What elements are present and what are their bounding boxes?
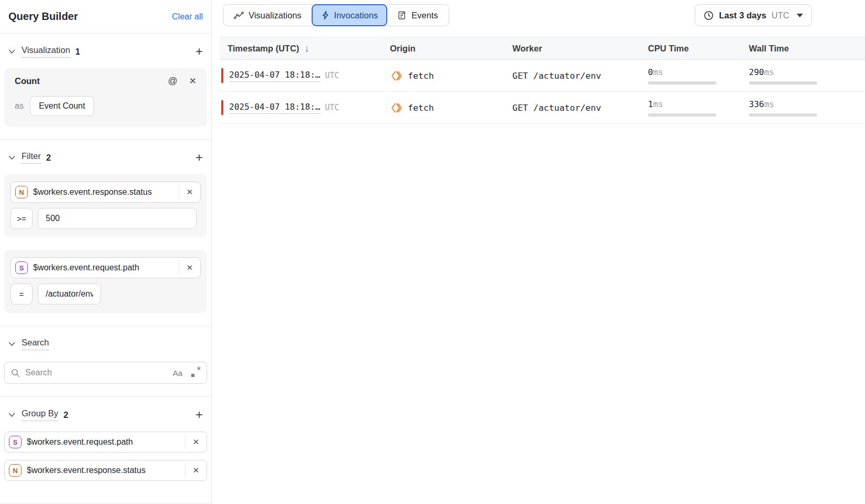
workers-fetch-icon [390,69,403,82]
timestamp-value[interactable]: 2025-04-07 18:18:… [229,70,320,82]
chevron-down-icon[interactable] [8,413,15,417]
filter-value-input[interactable] [38,208,197,229]
error-indicator-bar [221,100,223,115]
origin-cell: fetch [390,69,512,82]
workers-observability-app: Query Builder Clear all Visualization 1 … [0,0,865,504]
remove-group-by-icon[interactable]: ✕ [186,466,207,475]
filter-count: 2 [46,153,51,163]
visualization-alias-button[interactable]: Event Count [30,96,94,116]
cpu-time-bar [648,113,716,117]
tab-events[interactable]: Events [387,5,448,26]
column-header-timestamp[interactable]: Timestamp (UTC) ↓ [220,44,390,54]
wall-time-cell: 336ms [749,99,865,117]
search-input[interactable] [25,368,173,377]
group-by-field-select[interactable]: N $workers.event.response.status ✕ [4,460,207,481]
tab-visualizations[interactable]: Visualizations [223,5,312,26]
caret-down-icon [797,14,803,17]
search-section-header: Search [0,326,211,355]
filter-field-name: $workers.event.request.path [33,263,179,272]
timestamp-cell: 2025-04-07 18:18:… UTC [220,68,390,83]
column-header-cpu-time: CPU Time [648,44,749,54]
remove-visualization-icon[interactable]: ✕ [189,76,197,87]
filter-operator-select[interactable]: = [11,284,33,304]
origin-value: fetch [408,71,434,81]
remove-filter-icon[interactable]: ✕ [179,187,200,197]
at-icon[interactable]: @ [168,76,177,87]
time-range-timezone: UTC [771,10,789,20]
cpu-time-value: 0 [648,67,653,77]
group-by-section-label[interactable]: Group By [22,408,58,421]
filter-operator-select[interactable]: >= [11,208,33,229]
group-by-section-header: Group By 2 + [0,397,211,426]
cpu-time-unit: ms [653,67,663,77]
cpu-time-bar [648,81,716,85]
number-type-icon: N [9,464,22,477]
divider [0,503,211,503]
visualization-section-label[interactable]: Visualization [22,45,70,58]
visualization-section-header: Visualization 1 + [0,34,211,63]
table-header-row: Timestamp (UTC) ↓ Origin Worker CPU Time… [220,37,865,60]
filter-field-select[interactable]: N $workers.event.response.status ✕ [11,182,201,203]
filter-field-name: $workers.event.response.status [33,187,179,197]
worker-cell: GET /actuator/env [512,71,648,81]
time-range-label: Last 3 days [719,10,766,20]
search-icon [11,369,20,377]
group-by-count: 2 [64,410,68,420]
filter-section-label[interactable]: Filter [22,151,41,164]
number-type-icon: N [15,186,28,198]
tab-label: Events [411,10,438,20]
wall-time-value: 336 [749,99,764,109]
string-type-icon: S [15,261,28,274]
add-filter-button[interactable]: + [195,153,203,162]
cpu-time-cell: 1ms [648,99,749,117]
wall-time-bar [749,113,817,117]
workers-fetch-icon [390,101,403,114]
worker-cell: GET /actuator/env [512,103,648,113]
chevron-down-icon[interactable] [8,155,15,160]
chevron-down-icon[interactable] [8,49,15,54]
group-by-field-name: $workers.event.response.status [27,466,185,475]
match-case-icon[interactable]: Aa [173,369,182,377]
filter-value-input[interactable] [38,284,101,304]
cpu-time-value: 1 [648,99,653,109]
chevron-down-icon[interactable] [8,342,15,346]
filter-section-header: Filter 2 + [0,140,211,169]
wall-time-value: 290 [749,67,764,77]
view-tab-group: Visualizations Invocations Events [223,4,449,26]
error-indicator-bar [221,68,223,83]
tab-invocations[interactable]: Invocations [312,4,387,26]
invocations-table: Timestamp (UTC) ↓ Origin Worker CPU Time… [220,37,865,124]
column-header-worker: Worker [512,44,648,54]
sidebar-header: Query Builder Clear all [0,0,211,33]
regex-icon[interactable]: * [191,368,200,377]
tab-label: Invocations [334,10,378,20]
column-header-wall-time: Wall Time [749,44,865,54]
group-by-field-name: $workers.event.request.path [27,437,185,447]
group-by-field-select[interactable]: S $workers.event.request.path ✕ [4,432,207,453]
worker-value: GET /actuator/env [512,71,601,81]
cpu-time-unit: ms [653,99,663,109]
origin-cell: fetch [390,101,512,114]
line-chart-icon [234,12,244,19]
remove-group-by-icon[interactable]: ✕ [186,437,207,447]
table-row[interactable]: 2025-04-07 18:18:… UTC fetch GET /actuat… [220,92,865,124]
search-section-label[interactable]: Search [22,338,49,350]
query-builder-sidebar: Query Builder Clear all Visualization 1 … [0,0,212,504]
sort-desc-icon: ↓ [304,44,310,54]
wall-time-cell: 290ms [749,67,865,85]
add-group-by-button[interactable]: + [195,410,203,419]
as-label: as [15,101,24,111]
wall-time-unit: ms [764,99,774,109]
timestamp-value[interactable]: 2025-04-07 18:18:… [229,102,320,114]
document-icon [397,10,407,20]
remove-filter-icon[interactable]: ✕ [179,263,200,272]
page-title: Query Builder [8,10,78,23]
add-visualization-button[interactable]: + [195,47,203,56]
main-header: Visualizations Invocations Events [212,0,865,29]
time-range-button[interactable]: Last 3 days UTC [695,4,812,26]
filter-field-select[interactable]: S $workers.event.request.path ✕ [11,257,201,278]
wall-time-unit: ms [764,67,774,77]
clear-all-link[interactable]: Clear all [172,12,203,22]
table-row[interactable]: 2025-04-07 18:18:… UTC fetch GET /actuat… [220,60,865,92]
column-label: Timestamp (UTC) [228,44,299,54]
